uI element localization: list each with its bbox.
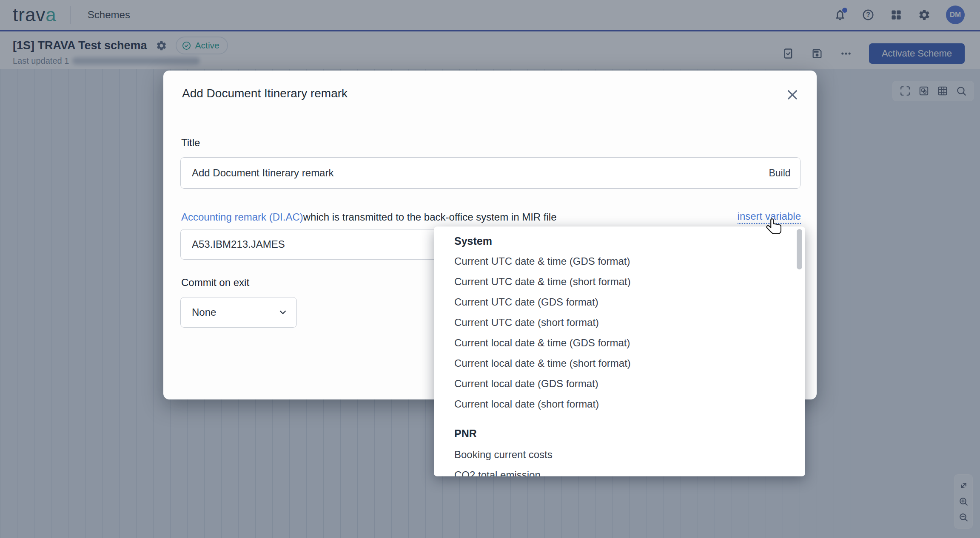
commit-on-exit-label: Commit on exit [181, 277, 249, 289]
title-label: Title [181, 137, 200, 149]
modal-title: Add Document Itinerary remark [182, 87, 348, 100]
variable-section-header: PNR [434, 422, 805, 445]
variable-menu-item[interactable]: CO2 total emission [434, 465, 805, 476]
remark-type-link[interactable]: Accounting remark (DI.AC) [181, 211, 303, 223]
variable-menu-item[interactable]: Current UTC date (GDS format) [434, 292, 805, 312]
commit-select-value: None [192, 306, 216, 318]
variable-menu-item[interactable]: Current local date (short format) [434, 394, 805, 414]
variable-menu-item[interactable]: Current UTC date (short format) [434, 312, 805, 333]
description-text: which is transmitted to the back-office … [303, 211, 557, 223]
menu-scrollbar[interactable] [797, 229, 802, 269]
close-icon[interactable] [785, 88, 800, 102]
variable-menu-item[interactable]: Current local date & time (GDS format) [434, 333, 805, 353]
build-button[interactable]: Build [759, 158, 800, 188]
menu-divider [434, 418, 805, 418]
variable-menu-item[interactable]: Current UTC date & time (short format) [434, 272, 805, 292]
variable-menu-item[interactable]: Current local date (GDS format) [434, 374, 805, 394]
variable-menu-item[interactable]: Booking current costs [434, 445, 805, 465]
chevron-down-icon [278, 307, 288, 317]
description-row: Accounting remark (DI.AC) which is trans… [181, 210, 801, 225]
commit-on-exit-select[interactable]: None [180, 297, 297, 328]
insert-variable-link[interactable]: insert variable [738, 210, 801, 224]
app-window: trava Schemes ? DM [1S] TRAVA Test schem… [0, 0, 980, 538]
title-input-group: Build [180, 157, 801, 189]
variable-menu-item[interactable]: Current UTC date & time (GDS format) [434, 251, 805, 272]
variable-section-header: System [434, 231, 805, 251]
insert-variable-menu: System Current UTC date & time (GDS form… [434, 227, 805, 476]
variable-menu-item[interactable]: Current local date & time (short format) [434, 353, 805, 374]
title-input[interactable] [181, 158, 759, 188]
